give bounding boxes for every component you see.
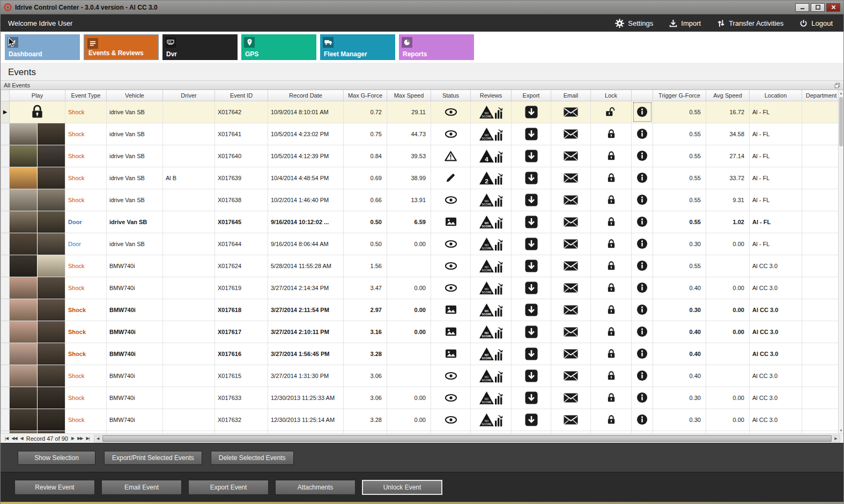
row-selector[interactable] [1,277,10,299]
maximize-button[interactable] [811,3,825,12]
email-cell[interactable] [551,387,591,409]
info-cell[interactable] [632,145,653,167]
lock-cell[interactable] [591,145,632,167]
email-cell[interactable] [551,409,591,431]
column-header-max-speed[interactable]: Max Speed [387,90,431,101]
reviews-cell[interactable]: NOSCORE [471,387,512,409]
lock-cell[interactable] [591,101,632,123]
status-cell[interactable] [431,365,471,387]
row-selector[interactable] [1,123,10,145]
lock-cell[interactable] [591,365,632,387]
prev-page-icon[interactable]: ◀◀ [11,436,17,441]
status-cell[interactable] [431,299,471,321]
status-cell[interactable] [431,189,471,211]
table-row[interactable]: ShockBMW740iX0176245/28/2014 11:55:28 AM… [1,255,841,277]
email-cell[interactable] [551,365,591,387]
info-cell[interactable] [632,211,653,233]
next-page-icon[interactable]: ▶▶ [77,436,83,441]
lock-cell[interactable] [591,409,632,431]
export-cell[interactable] [512,123,551,145]
info-cell[interactable] [632,189,653,211]
reviews-cell[interactable]: NOSCORE [471,277,512,299]
row-selector[interactable] [1,387,10,409]
lock-cell[interactable] [591,255,632,277]
email-cell[interactable] [551,233,591,255]
status-cell[interactable] [431,321,471,343]
nav-tile-events-reviews[interactable]: Events & Reviews [84,34,159,60]
column-header-driver[interactable]: Driver [163,90,215,101]
reviews-cell[interactable]: NOSCORE [471,343,512,365]
status-cell[interactable] [431,277,471,299]
column-header-event-id[interactable]: Event ID [215,90,268,101]
column-header-reviews[interactable]: Reviews [471,90,512,101]
email-cell[interactable] [551,123,591,145]
export-cell[interactable] [512,101,551,123]
reviews-cell[interactable]: NOSCORE [471,365,512,387]
scroll-left-icon[interactable]: ◀ [94,435,102,442]
info-cell[interactable] [632,343,653,365]
table-row[interactable]: ▶Shockidrive Van SBX01764210/9/2014 8:10… [1,101,841,123]
event-thumbnail[interactable] [10,167,65,189]
row-selector[interactable] [1,409,10,431]
row-selector[interactable] [1,167,10,189]
event-thumbnail[interactable] [10,299,65,321]
event-thumbnail[interactable] [10,123,65,145]
event-thumbnail[interactable] [10,145,65,167]
lock-cell[interactable] [591,431,632,433]
info-cell[interactable] [632,277,653,299]
email-cell[interactable] [551,145,591,167]
row-selector[interactable] [1,431,10,433]
reviews-cell[interactable]: NOSCORE [471,123,512,145]
status-cell[interactable] [431,123,471,145]
row-selector[interactable] [1,321,10,343]
event-thumbnail[interactable] [10,431,65,433]
lock-cell[interactable] [591,233,632,255]
info-cell[interactable] [632,409,653,431]
lock-cell[interactable] [591,277,632,299]
email-cell[interactable] [551,255,591,277]
event-thumbnail[interactable] [10,409,65,431]
status-cell[interactable] [431,343,471,365]
table-row[interactable]: Shockidrive Van SBX01763810/2/2014 1:46:… [1,189,841,211]
restore-panel-icon[interactable] [834,83,840,88]
column-header-status[interactable]: Status [431,90,471,101]
lock-cell[interactable] [591,321,632,343]
import-button[interactable]: Import [669,19,701,28]
info-cell[interactable] [632,321,653,343]
last-record-icon[interactable]: ▶| [86,436,89,441]
table-row[interactable]: ShockBMW740iX0176183/27/2014 2:11:54 PM2… [1,299,841,321]
play-cell-locked[interactable] [10,101,65,123]
transfer-activities-button[interactable]: Transfer Activities [717,19,783,28]
email-cell[interactable] [551,321,591,343]
event-thumbnail[interactable] [10,387,65,409]
table-row[interactable]: Shockidrive Van SBAl BX01763910/4/2014 4… [1,167,841,189]
lock-cell[interactable] [591,343,632,365]
column-header-event-type[interactable]: Event Type [65,90,107,101]
table-row[interactable]: ShockBMW740iX0176173/27/2014 2:10:11 PM3… [1,321,841,343]
row-selector[interactable] [1,189,10,211]
reviews-cell[interactable]: NOSCORE [471,255,512,277]
reviews-cell[interactable]: NOSCORE [471,233,512,255]
export-cell[interactable] [512,167,551,189]
scroll-right-icon[interactable]: ▶ [832,435,840,442]
column-header-email[interactable]: Email [551,90,591,101]
info-cell[interactable] [632,255,653,277]
status-cell[interactable] [431,167,471,189]
horizontal-scrollbar[interactable]: ◀ ▶ [94,435,840,442]
table-row[interactable]: ShockBMW740iX01763312/30/2013 11:25:33 A… [1,387,841,409]
event-thumbnail[interactable] [10,189,65,211]
scroll-up-icon[interactable]: ▲ [839,90,843,96]
lock-cell[interactable] [591,189,632,211]
column-header-export[interactable]: Export [512,90,551,101]
export-cell[interactable] [512,189,551,211]
email-cell[interactable] [551,101,591,123]
vertical-scrollbar[interactable]: ▲ ▼ [838,90,843,433]
reviews-cell[interactable]: 4 [471,145,512,167]
lock-cell[interactable] [591,387,632,409]
email-cell[interactable] [551,299,591,321]
info-cell[interactable] [632,387,653,409]
row-selector[interactable] [1,145,10,167]
event-thumbnail[interactable] [10,233,65,255]
table-row[interactable]: Dooridrive Van SBX0176449/16/2014 8:06:4… [1,233,841,255]
export-cell[interactable] [512,255,551,277]
